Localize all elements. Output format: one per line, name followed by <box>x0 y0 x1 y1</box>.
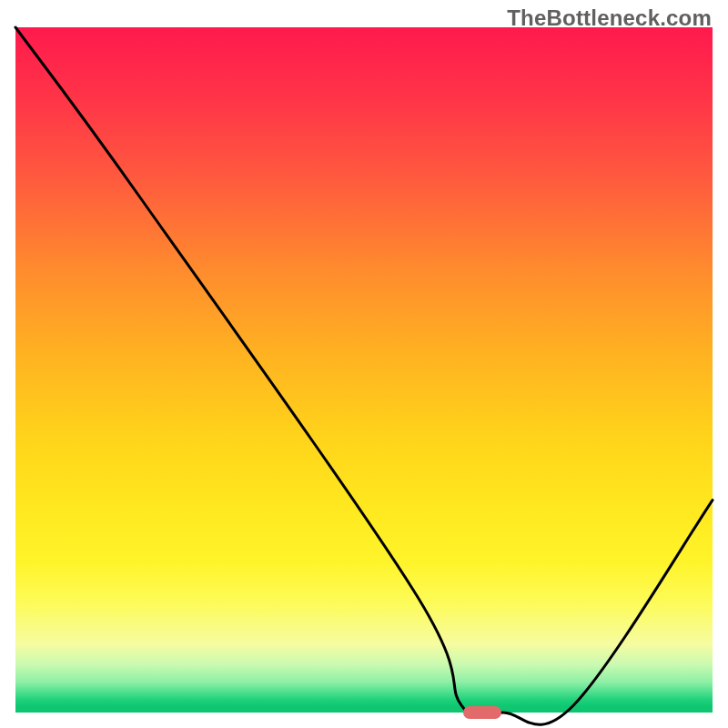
chart-svg <box>15 27 713 713</box>
plot-area <box>15 27 713 713</box>
optimal-marker <box>463 706 501 719</box>
bottleneck-curve <box>15 27 713 724</box>
bottleneck-chart: TheBottleneck.com <box>0 0 728 728</box>
